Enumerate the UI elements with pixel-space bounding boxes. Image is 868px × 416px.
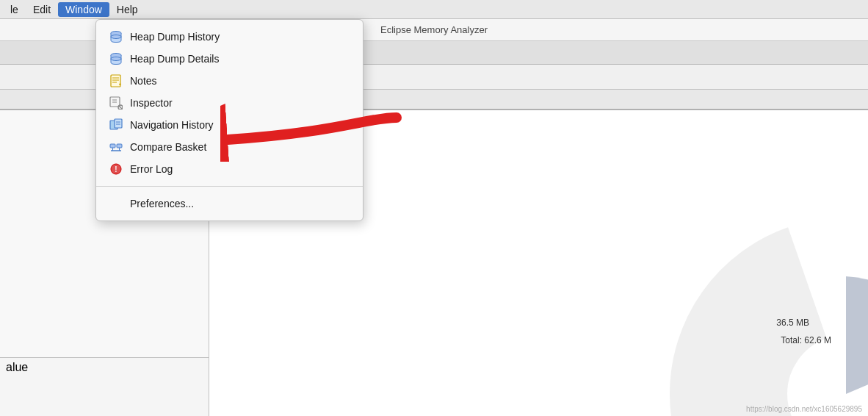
svg-point-2 [111,35,121,39]
db-icon-heap-dump-details [109,52,123,65]
window-dropdown-menu: Heap Dump History Heap Dump Details [95,19,364,221]
chart-label-2: Total: 62.6 M [781,335,831,345]
left-panel-value-label: alue [6,361,28,374]
note-icon [109,74,123,87]
menu-item-navigation-history[interactable]: Navigation History [96,114,363,136]
svg-rect-18 [110,144,115,148]
menu-item-preferences-label: Preferences... [130,198,194,209]
app-title: Eclipse Memory Analyzer [380,24,488,35]
pie-chart [640,188,868,416]
menu-item-compare-basket[interactable]: Compare Basket [96,136,363,158]
menu-item-preferences[interactable]: Preferences... [96,193,363,215]
menu-bar: le Edit Window Help [0,0,868,19]
menu-separator [96,186,363,187]
menu-window[interactable]: Window [58,2,109,17]
watermark: https://blog.csdn.net/xc1605629895 [746,405,862,413]
menu-item-error-log[interactable]: ! Error Log [96,158,363,180]
svg-rect-5 [111,75,120,87]
menu-item-error-log-label: Error Log [130,163,173,175]
menu-file[interactable]: le [3,2,26,17]
left-panel-bottom: alue [0,357,209,416]
menu-item-notes-label: Notes [130,75,157,87]
svg-point-4 [111,57,121,61]
menu-section-1: Heap Dump History Heap Dump Details [96,23,363,183]
menu-item-heap-dump-history[interactable]: Heap Dump History [96,26,363,48]
error-icon: ! [109,162,123,176]
svg-line-11 [119,106,122,109]
menu-item-compare-basket-label: Compare Basket [130,141,206,153]
menu-help[interactable]: Help [109,2,145,17]
menu-item-navigation-history-label: Navigation History [130,119,214,131]
svg-rect-15 [115,119,122,128]
menu-item-notes[interactable]: Notes [96,70,363,92]
menu-section-2: Preferences... [96,190,363,218]
menu-item-heap-dump-history-label: Heap Dump History [130,31,220,43]
navhist-icon [109,118,123,132]
menu-item-inspector-label: Inspector [130,97,173,109]
db-icon-heap-dump-history [109,30,123,43]
svg-rect-19 [117,144,122,148]
menu-item-heap-dump-details-label: Heap Dump Details [130,53,219,65]
compare-icon [109,140,123,154]
menu-edit[interactable]: Edit [26,2,58,17]
menu-item-inspector[interactable]: Inspector [96,92,363,114]
svg-text:!: ! [115,165,117,173]
inspector-icon [109,96,123,110]
preferences-icon-placeholder [109,197,123,210]
chart-label-1: 36.5 MB [776,318,809,328]
menu-item-heap-dump-details[interactable]: Heap Dump Details [96,48,363,70]
